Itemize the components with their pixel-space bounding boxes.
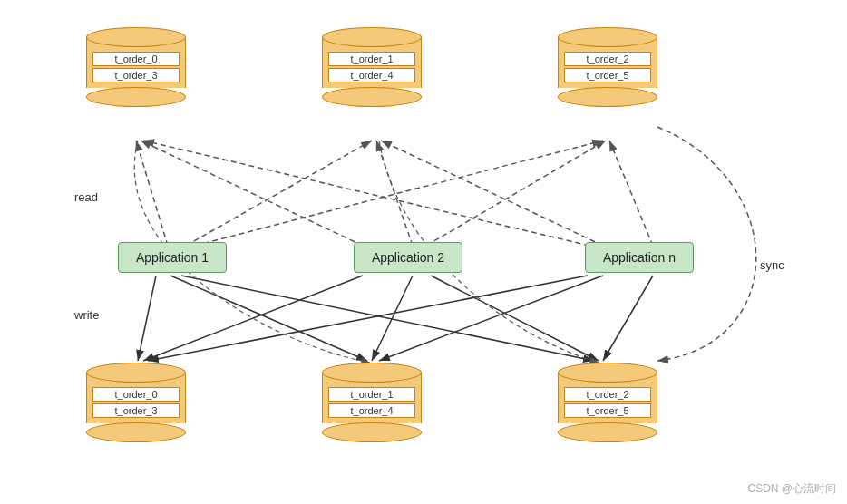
db-bot-2-cylinder: t_order_1 t_order_4 (322, 363, 422, 442)
db-bot-3: t_order_2 t_order_5 (558, 363, 657, 442)
svg-line-14 (181, 276, 594, 361)
svg-line-19 (379, 276, 603, 361)
svg-line-17 (431, 276, 599, 361)
svg-line-9 (143, 141, 589, 246)
db-top-1-top (86, 27, 186, 47)
db-top-3-bottom (558, 87, 657, 107)
svg-line-12 (138, 276, 156, 361)
svg-line-11 (609, 141, 653, 246)
db-bot-2-bottom (322, 422, 422, 442)
db-bot-1-table-1: t_order_0 (92, 387, 180, 402)
db-top-3-table-1: t_order_2 (564, 52, 651, 66)
db-top-1-bottom (86, 87, 186, 107)
db-top-1-table-1: t_order_0 (92, 52, 180, 66)
svg-line-4 (186, 141, 372, 246)
svg-line-15 (143, 276, 363, 361)
db-bot-3-table-2: t_order_5 (564, 403, 651, 418)
watermark: CSDN @心流时间 (747, 481, 836, 497)
sync-label: sync (760, 258, 784, 272)
db-top-1: t_order_0 t_order_3 (86, 27, 186, 107)
svg-line-3 (136, 141, 168, 246)
db-bot-1-cylinder: t_order_0 t_order_3 (86, 363, 186, 442)
db-bot-2-table-2: t_order_4 (328, 403, 415, 418)
db-bot-2: t_order_1 t_order_4 (322, 363, 422, 442)
app-2: Application 2 (354, 242, 462, 273)
svg-line-20 (603, 276, 653, 361)
db-bot-1-table-2: t_order_3 (92, 403, 180, 418)
db-top-2: t_order_1 t_order_4 (322, 27, 422, 107)
db-bot-1: t_order_0 t_order_3 (86, 363, 186, 442)
db-bot-3-table-1: t_order_2 (564, 387, 651, 402)
write-label: write (74, 308, 99, 322)
app-n-label: Application n (603, 250, 676, 265)
db-bot-3-bottom (558, 422, 657, 442)
svg-line-13 (170, 276, 367, 361)
db-bot-1-bottom (86, 422, 186, 442)
read-label: read (74, 190, 98, 204)
app-1-label: Application 1 (136, 250, 209, 265)
db-bot-1-top (86, 363, 186, 383)
svg-line-5 (195, 141, 603, 246)
svg-line-16 (372, 276, 413, 361)
db-top-3: t_order_2 t_order_5 (558, 27, 657, 107)
db-top-2-table-2: t_order_4 (328, 68, 415, 82)
db-top-2-table-1: t_order_1 (328, 52, 415, 66)
db-top-2-top (322, 27, 422, 47)
db-top-3-top (558, 27, 657, 47)
db-top-2-cylinder: t_order_1 t_order_4 (322, 27, 422, 107)
db-bot-2-table-1: t_order_1 (328, 387, 415, 402)
app-2-label: Application 2 (372, 250, 444, 265)
svg-line-7 (376, 141, 413, 246)
svg-line-10 (381, 141, 603, 246)
svg-line-6 (141, 141, 363, 246)
db-top-3-table-2: t_order_5 (564, 68, 651, 82)
db-top-1-cylinder: t_order_0 t_order_3 (86, 27, 186, 107)
db-top-2-bottom (322, 87, 422, 107)
db-top-1-table-2: t_order_3 (92, 68, 180, 82)
db-bot-3-cylinder: t_order_2 t_order_5 (558, 363, 657, 442)
app-n: Application n (585, 242, 694, 273)
svg-line-8 (426, 141, 606, 246)
svg-line-18 (148, 276, 588, 361)
app-1: Application 1 (118, 242, 227, 273)
db-bot-3-top (558, 363, 657, 383)
db-bot-2-top (322, 363, 422, 383)
diagram-container: t_order_0 t_order_3 t_order_1 t_order_4 … (0, 0, 847, 504)
db-top-3-cylinder: t_order_2 t_order_5 (558, 27, 657, 107)
